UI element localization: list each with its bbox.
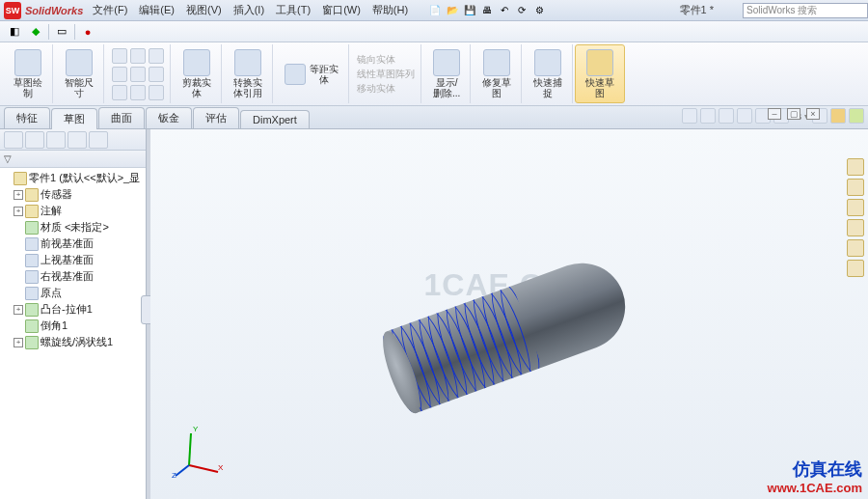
display-delete-icon [433,49,460,76]
display-delete-button[interactable]: 显示/ 删除... [429,47,464,100]
rebuild-icon[interactable]: ⟳ [514,3,529,18]
menu-view[interactable]: 视图(V) [186,3,222,17]
move-entities[interactable]: 移动实体 [357,82,395,95]
save-icon[interactable]: 💾 [462,3,477,18]
repair-sketch-button[interactable]: 修复草 图 [478,47,515,100]
quick-snap-button[interactable]: 快速捕 捉 [529,47,566,100]
undo-icon[interactable]: ↶ [497,3,512,18]
sketch-tools-grid [112,48,164,100]
trim-button[interactable]: 剪裁实 体 [178,47,215,100]
menu-edit[interactable]: 编辑(E) [139,3,175,17]
triad-x-label: X [218,463,224,472]
scene-icon[interactable] [849,108,864,124]
tree-item-0[interactable]: +传感器 [0,186,146,203]
taskpane-library-icon[interactable] [847,179,864,196]
qat-select-icon[interactable]: ▭ [53,23,70,41]
title-bar: SW SolidWorks 文件(F) 编辑(E) 视图(V) 插入(I) 工具… [0,0,868,21]
mdi-restore[interactable]: ▢ [787,108,800,120]
dimxpert-manager-tab[interactable] [68,131,87,149]
zoom-area-icon[interactable] [700,108,716,124]
tree-item-5[interactable]: 右视基准面 [0,268,146,285]
mdi-close[interactable]: × [806,108,820,120]
spline-tool[interactable] [130,67,146,82]
tree-item-9[interactable]: +螺旋线/涡状线1 [0,334,146,350]
rect-tool[interactable] [112,67,127,82]
tab-dimxpert[interactable]: DimXpert [240,110,310,128]
circle-tool[interactable] [130,48,146,64]
appearance-icon[interactable] [830,108,846,124]
tree-item-3[interactable]: 前视基准面 [0,236,146,252]
linear-pattern[interactable]: 线性草图阵列 [357,68,415,80]
menu-help[interactable]: 帮助(H) [372,3,408,17]
tree-item-2[interactable]: 材质 <未指定> [0,219,146,236]
feature-tree-tab[interactable] [4,131,23,149]
footer-brand: 仿真在线 www.1CAE.com [768,457,862,495]
panel-filter-bar[interactable]: ▽ [0,151,146,168]
smart-dimension-button[interactable]: 智能尺 寸 [61,47,97,100]
tab-sketch[interactable]: 草图 [51,108,97,129]
brand-cn: 仿真在线 [768,457,862,481]
menu-file[interactable]: 文件(F) [93,3,127,17]
search-placeholder: SolidWorks 搜索 [746,4,817,17]
search-input[interactable]: SolidWorks 搜索 [743,3,868,18]
tree-item-8[interactable]: 倒角1 [0,318,146,334]
property-manager-tab[interactable] [25,131,44,149]
mdi-minimize[interactable]: – [768,108,781,120]
line-tool[interactable] [112,48,127,64]
options-icon[interactable]: ⚙ [531,3,547,18]
qat-btn-1[interactable]: ◧ [6,23,23,41]
prev-view-icon[interactable] [719,108,734,124]
section-view-icon[interactable] [737,108,752,124]
tab-evaluate[interactable]: 评估 [193,107,239,128]
taskpane-appearance-icon[interactable] [847,239,864,257]
svg-line-2 [176,465,189,476]
tree-item-icon [25,237,39,251]
tree-item-6[interactable]: 原点 [0,285,146,301]
point-tool[interactable] [149,67,164,82]
offset-entities-button[interactable]: 等距实 体 [281,62,342,87]
app-logo: SW [4,2,21,19]
convert-entities-button[interactable]: 转换实 体引用 [230,47,266,100]
open-icon[interactable]: 📂 [445,3,460,18]
taskpane-palette-icon[interactable] [847,219,864,236]
tab-sheetmetal[interactable]: 钣金 [146,107,192,128]
tree-item-4[interactable]: 上视基准面 [0,252,146,268]
text-tool[interactable] [149,85,164,100]
triad-z-label: Z [172,471,176,480]
tree-root[interactable]: 零件1 (默认<<默认>_显 [0,170,146,186]
qat-appearance-icon[interactable]: ● [79,23,96,41]
menu-window[interactable]: 窗口(W) [322,3,361,17]
taskpane-explorer-icon[interactable] [847,199,864,216]
fillet-tool[interactable] [130,85,146,100]
zoom-fit-icon[interactable] [682,108,697,124]
quick-sketch-button[interactable]: 快速草 图 [582,47,618,100]
panel-tabs [0,129,146,151]
print-icon[interactable]: 🖶 [479,3,495,18]
sketch-button[interactable]: 草图绘 制 [10,47,46,100]
snap-icon [534,49,561,76]
quick-access-toolbar: ◧ ◆ ▭ ● [0,21,868,42]
tree-item-icon [25,303,39,317]
menu-tools[interactable]: 工具(T) [276,3,311,17]
new-doc-icon[interactable]: 📄 [427,3,443,18]
taskpane-resources-icon[interactable] [847,158,864,176]
taskpane-custom-icon[interactable] [847,260,864,277]
tab-features[interactable]: 特征 [4,107,50,128]
svg-line-1 [189,433,191,465]
ellipse-tool[interactable] [112,85,127,100]
tree-item-1[interactable]: +注解 [0,203,146,219]
tab-surfaces[interactable]: 曲面 [98,107,145,128]
arc-tool[interactable] [149,48,164,64]
qat-btn-2[interactable]: ◆ [27,23,44,41]
tree-item-icon [25,188,39,202]
mirror-entities[interactable]: 镜向实体 [357,53,395,66]
tree-item-7[interactable]: +凸台-拉伸1 [0,301,146,318]
repair-icon [483,49,510,76]
display-manager-tab[interactable] [89,131,108,149]
config-manager-tab[interactable] [46,131,66,149]
part-icon [14,172,27,185]
sketch-icon [14,49,41,76]
menu-insert[interactable]: 插入(I) [233,3,264,17]
graphics-viewport[interactable]: 1CAE.COM X Y Z 仿真在线 www.1CAE.com [150,129,868,499]
view-triad[interactable]: X Y Z [170,422,228,480]
